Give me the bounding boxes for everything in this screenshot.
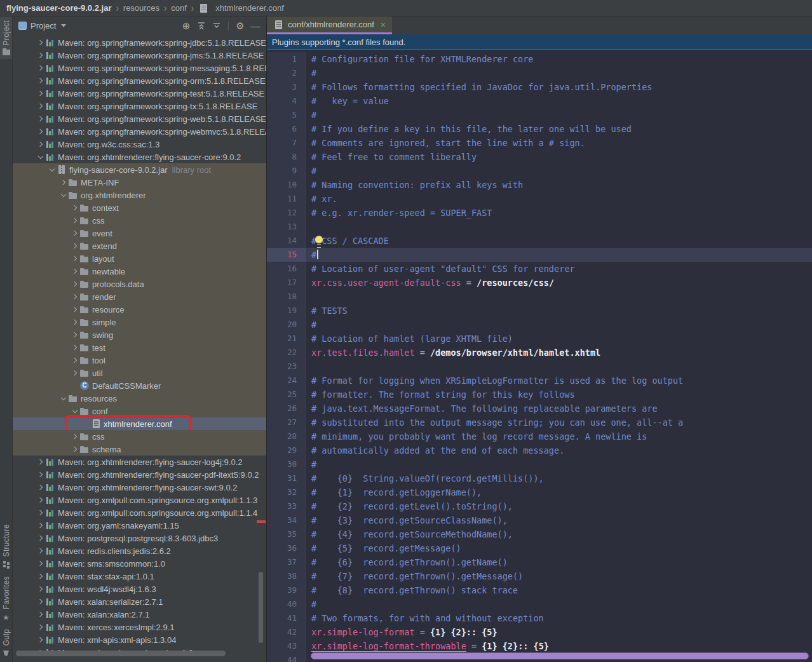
code-line[interactable]: 29# automatically added at the end of ea… <box>267 443 812 457</box>
tree-item-maven-org-springframework-spring-messagi[interactable]: Maven: org.springframework:spring-messag… <box>13 62 266 74</box>
tree-item-newtable[interactable]: newtable <box>13 265 266 278</box>
code-line[interactable]: 16# Location of user-agent "default" CSS… <box>267 262 812 276</box>
tree-item-maven-org-springframework-spring-web-5-1[interactable]: Maven: org.springframework:spring-web:5.… <box>13 112 266 125</box>
code-line[interactable]: 14#CSS / CASCADE <box>267 234 812 248</box>
tree-item-resources[interactable]: resources <box>13 392 266 405</box>
expand-all-icon[interactable] <box>196 22 207 30</box>
tree-item-maven-org-springframework-spring-webmvc-[interactable]: Maven: org.springframework:spring-webmvc… <box>13 125 266 138</box>
settings-gear-icon[interactable]: ⚙ <box>234 21 246 31</box>
tree-item-render[interactable]: render <box>13 290 266 303</box>
code-line[interactable]: 1# Configuration file for XHTMLRenderer … <box>267 52 812 66</box>
chevron-right-icon[interactable] <box>36 104 45 108</box>
tree-item-resource[interactable]: resource <box>13 303 266 316</box>
tree-item-conf[interactable]: conf <box>13 405 266 417</box>
chevron-right-icon[interactable] <box>70 358 79 362</box>
tree-item-schema[interactable]: schema <box>13 443 266 456</box>
project-vertical-scrollbar[interactable] <box>259 572 263 643</box>
tree-item-maven-org-xhtmlrenderer-flying-saucer-sw[interactable]: Maven: org.xhtmlrenderer:flying-saucer-s… <box>13 481 266 494</box>
chevron-right-icon[interactable] <box>70 244 79 248</box>
collapse-all-icon[interactable] <box>211 22 222 30</box>
tree-item-maven-redis-clients-jedis-2-6-2[interactable]: Maven: redis.clients:jedis:2.6.2 <box>13 544 266 557</box>
code-line[interactable]: 12# e.g. xr.render-speed = SUPER_FAST <box>267 206 812 220</box>
tree-item-defaultcssmarker[interactable]: DefaultCSSMarker <box>13 379 266 392</box>
chevron-right-icon[interactable] <box>36 473 45 476</box>
tree-item-util[interactable]: util <box>13 367 266 379</box>
chevron-right-icon[interactable] <box>36 130 45 133</box>
tree-item-maven-xalan-serializer-2-7-1[interactable]: Maven: xalan:serializer:2.7.1 <box>13 595 266 608</box>
tree-item-flying-saucer-core-9-0-2-jar[interactable]: flying-saucer-core-9.0.2.jarlibrary root <box>13 163 266 176</box>
tree-item-maven-xml-apis-xml-apis-1-3-04[interactable]: Maven: xml-apis:xml-apis:1.3.04 <box>13 633 266 646</box>
editor-horizontal-scrollbar[interactable] <box>311 652 809 659</box>
tree-item-simple[interactable]: simple <box>13 316 266 328</box>
tool-tab-gulp[interactable]: Gulp <box>2 625 11 662</box>
chevron-right-icon[interactable] <box>36 91 45 95</box>
code-line[interactable]: 7# Comments are ignored, start the line … <box>267 136 812 150</box>
tree-item-xhtmlrenderer-conf[interactable]: xhtmlrenderer.conf <box>13 417 266 430</box>
code-line[interactable]: 36# {5} record.getMessage() <box>267 541 812 555</box>
tree-item-maven-org-springframework-spring-test-5-[interactable]: Maven: org.springframework:spring-test:5… <box>13 87 266 100</box>
chevron-right-icon[interactable] <box>36 549 45 553</box>
breadcrumb-segment[interactable]: resources <box>123 3 159 13</box>
code-line[interactable]: 25# formatter. The format string for thi… <box>267 388 812 402</box>
chevron-right-icon[interactable] <box>36 66 45 70</box>
tree-item-css[interactable]: css <box>13 214 266 227</box>
chevron-right-icon[interactable] <box>36 625 45 629</box>
hide-panel-icon[interactable]: — <box>250 21 261 31</box>
code-line[interactable]: 39# {8} record.getThrown() stack trace <box>267 583 812 597</box>
chevron-right-icon[interactable] <box>70 206 79 210</box>
editor-tab-active[interactable]: conf/xhtmlrenderer.conf × <box>267 17 392 34</box>
chevron-right-icon[interactable] <box>36 485 45 489</box>
tree-item-layout[interactable]: layout <box>13 252 266 265</box>
code-line[interactable]: 19# TESTS <box>267 304 812 318</box>
code-line[interactable]: 21# Location of hamlet (large XHTML file… <box>267 332 812 346</box>
code-line[interactable]: 42xr.simple-log-format = {1} {2}:: {5} <box>267 625 812 639</box>
code-line[interactable]: 41# Two formats, for with and without ex… <box>267 611 812 625</box>
chevron-right-icon[interactable] <box>36 638 45 642</box>
tool-tab-structure[interactable]: Structure <box>2 520 11 572</box>
chevron-right-icon[interactable] <box>70 307 79 311</box>
chevron-right-icon[interactable] <box>36 53 45 57</box>
code-line[interactable]: 2# <box>267 66 812 80</box>
tab-close-icon[interactable]: × <box>381 20 386 29</box>
chevron-right-icon[interactable] <box>36 511 45 515</box>
code-line[interactable]: 4# key = value <box>267 94 812 108</box>
tree-item-maven-org-xhtmlrenderer-flying-saucer-lo[interactable]: Maven: org.xhtmlrenderer:flying-saucer-l… <box>13 456 266 468</box>
code-line[interactable]: 3# Follows formatting specified in JavaD… <box>267 80 812 94</box>
chevron-right-icon[interactable] <box>36 562 45 565</box>
code-line[interactable]: 10# Naming convention: prefix all keys w… <box>267 178 812 192</box>
tree-item-maven-xalan-xalan-2-7-1[interactable]: Maven: xalan:xalan:2.7.1 <box>13 608 266 621</box>
code-line[interactable]: 18 <box>267 290 812 304</box>
code-line[interactable]: 30# <box>267 457 812 471</box>
code-line[interactable]: 32# {1} record.getLoggerName(), <box>267 485 812 499</box>
chevron-right-icon[interactable] <box>36 498 45 502</box>
code-line[interactable]: 37# {6} record.getThrown().getName() <box>267 555 812 569</box>
intention-bulb-icon[interactable] <box>316 236 321 246</box>
tree-item-maven-org-springframework-spring-orm-5-1[interactable]: Maven: org.springframework:spring-orm:5.… <box>13 74 266 87</box>
chevron-right-icon[interactable] <box>70 447 79 451</box>
code-line[interactable]: 5# <box>267 108 812 122</box>
code-line[interactable]: 34# {3} record.getSourceClassName(), <box>267 513 812 527</box>
tree-item-css[interactable]: css <box>13 430 266 443</box>
chevron-right-icon[interactable] <box>70 346 79 349</box>
code-line[interactable]: 24# Format for logging when XRSimpleLogF… <box>267 374 812 388</box>
chevron-down-icon[interactable] <box>58 398 68 400</box>
code-line[interactable]: 15# <box>267 248 812 262</box>
tree-item-maven-org-springframework-spring-jdbc-5-[interactable]: Maven: org.springframework:spring-jdbc:5… <box>13 36 266 49</box>
chevron-right-icon[interactable] <box>36 600 45 604</box>
chevron-down-icon[interactable] <box>70 410 79 412</box>
tree-item-maven-stax-stax-api-1-0-1[interactable]: Maven: stax:stax-api:1.0.1 <box>13 570 266 583</box>
code-line[interactable]: 13 <box>267 220 812 234</box>
tree-item-maven-org-springframework-spring-tx-5-1-[interactable]: Maven: org.springframework:spring-tx:5.1… <box>13 100 266 112</box>
code-line[interactable]: 33# {2} record.getLevel().toString(), <box>267 499 812 513</box>
code-line[interactable]: 26# java.text.MessageFormat. The followi… <box>267 402 812 415</box>
tree-item-maven-org-springframework-spring-jms-5-1[interactable]: Maven: org.springframework:spring-jms:5.… <box>13 49 266 62</box>
code-editor[interactable]: 1# Configuration file for XHTMLRenderer … <box>267 50 812 662</box>
chevron-down-icon[interactable] <box>36 156 45 158</box>
tree-item-maven-org-w3c-css-sac-1-3[interactable]: Maven: org.w3c.css:sac:1.3 <box>13 138 266 151</box>
chevron-right-icon[interactable] <box>70 333 79 337</box>
code-line[interactable]: 35# {4} record.getSourceMethodName(), <box>267 527 812 541</box>
tree-item-test[interactable]: test <box>13 341 266 354</box>
tree-item-maven-sms-smscommon-1-0[interactable]: Maven: sms:smscommon:1.0 <box>13 557 266 570</box>
code-line[interactable]: 6# If you define a key in this file, the… <box>267 122 812 136</box>
chevron-right-icon[interactable] <box>36 612 45 616</box>
